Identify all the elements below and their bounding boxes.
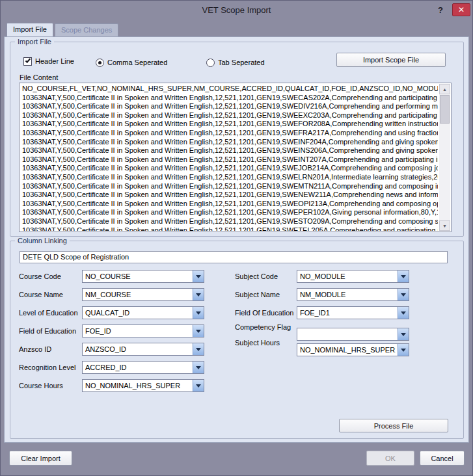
- tab-import-file[interactable]: Import File: [7, 23, 53, 36]
- scope-name-field[interactable]: DETE QLD Scope of Registration: [20, 251, 448, 263]
- file-line: 10363NAT,Y,500,Certificate II in Spoken …: [22, 102, 438, 111]
- column-linking-group: Column Linking DETE QLD Scope of Registr…: [10, 241, 464, 439]
- combo-level-of-education[interactable]: QUALCAT_ID: [82, 306, 204, 319]
- chevron-down-icon: [401, 293, 406, 297]
- vet-scope-import-dialog: VET Scope Import ? ✕ Import File Scope C…: [0, 0, 473, 476]
- radio-icon: [96, 59, 104, 67]
- label-subject-hours: Subject Hours: [235, 338, 280, 347]
- dropdown-button[interactable]: [193, 325, 204, 337]
- checkbox-icon: [23, 57, 32, 66]
- combo-subject-name-value: NM_MODULE: [300, 289, 396, 300]
- tab-scope-changes[interactable]: Scope Changes: [55, 23, 118, 36]
- import-file-group: Import File Header Line Comma Seperated …: [10, 42, 464, 237]
- combo-competency-flag[interactable]: [297, 328, 409, 341]
- file-line: 10363NAT,Y,500,Certificate II in Spoken …: [22, 173, 438, 182]
- vertical-scrollbar[interactable]: ▲ ▼: [439, 84, 450, 231]
- radio-icon: [206, 59, 215, 67]
- label-level-of-education: Level of Education: [19, 306, 78, 319]
- file-line: 10363NAT,Y,500,Certificate II in Spoken …: [22, 226, 438, 231]
- dropdown-button[interactable]: [193, 362, 204, 373]
- file-line: 10363NAT,Y,500,Certificate II in Spoken …: [22, 94, 438, 103]
- dropdown-button[interactable]: [193, 271, 204, 282]
- dropdown-button[interactable]: [193, 307, 204, 319]
- tab-separated-label: Tab Seperated: [218, 59, 265, 66]
- dropdown-button[interactable]: [193, 380, 204, 391]
- file-line: 10363NAT,Y,500,Certificate II in Spoken …: [22, 191, 438, 200]
- cancel-button[interactable]: Cancel: [420, 451, 465, 466]
- header-line-label: Header Line: [35, 57, 74, 65]
- combo-course-name-value: NM_COURSE: [85, 289, 191, 300]
- combo-course-hours[interactable]: NO_NOMINAL_HRS_SUPER: [82, 379, 204, 392]
- chevron-down-icon: [196, 293, 201, 297]
- scroll-up-icon[interactable]: ▲: [439, 84, 450, 94]
- help-button[interactable]: ?: [435, 4, 446, 16]
- dropdown-button[interactable]: [398, 289, 409, 300]
- dropdown-button[interactable]: [398, 344, 409, 356]
- window-title: VET Scope Import: [1, 5, 472, 15]
- scroll-down-icon[interactable]: ▼: [439, 220, 450, 231]
- check-icon: [25, 57, 30, 63]
- combo-subject-code-value: NO_MODULE: [300, 271, 396, 282]
- chevron-down-icon: [401, 333, 406, 336]
- file-content-lines: NO_COURSE,FL_VET,NO_NOMINAL_HRS_SUPER,NM…: [22, 85, 438, 231]
- file-line: 10363NAT,Y,500,Certificate II in Spoken …: [22, 111, 438, 120]
- file-line: 10363NAT,Y,500,Certificate II in Spoken …: [22, 129, 438, 138]
- dropdown-button[interactable]: [193, 343, 204, 355]
- label-course-hours: Course Hours: [19, 379, 63, 392]
- dropdown-button[interactable]: [193, 289, 204, 300]
- combo-level-of-education-value: QUALCAT_ID: [85, 307, 191, 319]
- chevron-down-icon: [401, 311, 406, 315]
- chevron-down-icon: [196, 275, 201, 278]
- scrollbar-thumb[interactable]: [440, 95, 450, 124]
- dropdown-button[interactable]: [398, 328, 409, 340]
- combo-course-hours-value: NO_NOMINAL_HRS_SUPER: [85, 380, 191, 391]
- comma-separated-radio[interactable]: Comma Seperated: [96, 57, 167, 68]
- titlebar: VET Scope Import ? ✕: [1, 1, 472, 20]
- clear-import-button[interactable]: Clear Import: [9, 451, 72, 466]
- file-line: 10363NAT,Y,500,Certificate II in Spoken …: [22, 120, 438, 129]
- combo-recognition-level[interactable]: ACCRED_ID: [82, 361, 204, 374]
- dropdown-button[interactable]: [398, 271, 409, 282]
- combo-field-of-education-right[interactable]: FOE_ID1: [297, 306, 409, 319]
- ok-button[interactable]: OK: [366, 451, 414, 466]
- label-subject-name: Subject Name: [235, 288, 280, 301]
- combo-field-of-education[interactable]: FOE_ID: [82, 324, 204, 337]
- file-line: 10363NAT,Y,500,Certificate II in Spoken …: [22, 155, 438, 165]
- label-subject-code: Subject Code: [235, 270, 278, 283]
- combo-subject-hours[interactable]: NO_NOMINAL_HRS_SUPER1: [297, 343, 409, 356]
- tab-panel-import-file: Import File Header Line Comma Seperated …: [4, 36, 469, 443]
- file-line: 10363NAT,Y,500,Certificate II in Spoken …: [22, 182, 438, 191]
- combo-field-of-education-value: FOE_ID: [85, 325, 191, 337]
- combo-subject-code[interactable]: NO_MODULE: [297, 270, 409, 283]
- comma-separated-label: Comma Seperated: [107, 59, 167, 66]
- file-line: 10363NAT,Y,500,Certificate II in Spoken …: [22, 208, 438, 217]
- chevron-down-icon: [401, 275, 406, 278]
- combo-recognition-level-value: ACCRED_ID: [85, 362, 191, 373]
- file-content-textarea[interactable]: NO_COURSE,FL_VET,NO_NOMINAL_HRS_SUPER,NM…: [19, 83, 452, 232]
- combo-subject-name[interactable]: NM_MODULE: [297, 288, 409, 301]
- chevron-down-icon: [196, 348, 201, 351]
- combo-anzsco-id[interactable]: ANZSCO_ID: [82, 343, 204, 356]
- tabstrip: Import File Scope Changes: [4, 23, 469, 36]
- chevron-down-icon: [196, 330, 201, 333]
- chevron-down-icon: [196, 366, 201, 369]
- file-line: 10363NAT,Y,500,Certificate II in Spoken …: [22, 146, 438, 155]
- combo-course-name[interactable]: NM_COURSE: [82, 288, 204, 301]
- combo-field-of-education-right-value: FOE_ID1: [300, 307, 396, 319]
- file-line: 10363NAT,Y,500,Certificate II in Spoken …: [22, 200, 438, 209]
- process-file-button[interactable]: Process File: [339, 419, 448, 432]
- file-content-label: File Content: [20, 73, 58, 82]
- import-file-group-label: Import File: [15, 38, 54, 46]
- label-field-of-education-right: Field Of Education: [235, 306, 294, 319]
- combo-anzsco-id-value: ANZSCO_ID: [85, 343, 191, 355]
- header-line-checkbox[interactable]: Header Line: [23, 56, 74, 66]
- import-scope-file-button[interactable]: Import Scope File: [336, 53, 446, 67]
- close-button[interactable]: ✕: [452, 3, 470, 16]
- dropdown-button[interactable]: [398, 307, 409, 319]
- file-line: 10363NAT,Y,500,Certificate II in Spoken …: [22, 164, 438, 173]
- tab-separated-radio[interactable]: Tab Seperated: [206, 57, 265, 68]
- radio-dot-icon: [98, 61, 101, 64]
- column-linking-group-label: Column Linking: [15, 237, 70, 245]
- combo-course-code[interactable]: NO_COURSE: [82, 270, 204, 283]
- file-line: 10363NAT,Y,500,Certificate II in Spoken …: [22, 138, 438, 147]
